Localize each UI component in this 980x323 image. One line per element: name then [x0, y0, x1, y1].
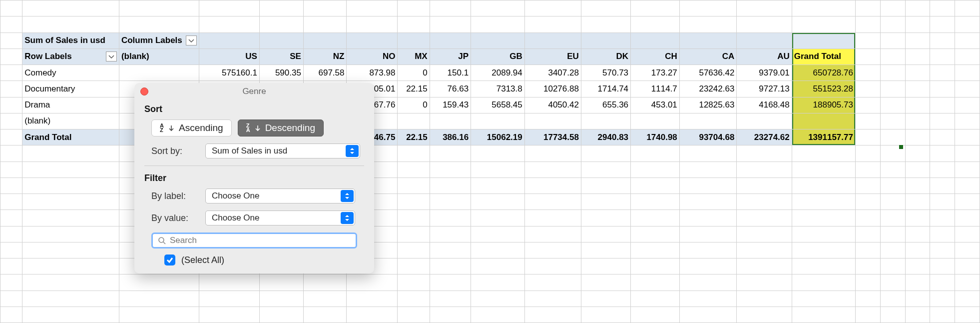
filter-by-value-select[interactable]: Choose One: [205, 210, 355, 226]
col-dk: DK: [581, 48, 630, 64]
sort-filter-popover: Genre Sort AZ Ascending ZA Descending So…: [134, 83, 374, 274]
filter-search-box[interactable]: [151, 232, 357, 248]
col-nz: NZ: [303, 48, 347, 64]
popover-title: Genre: [242, 86, 266, 96]
search-icon: [158, 236, 166, 244]
sort-ascending-button[interactable]: AZ Ascending: [151, 120, 232, 136]
empty-row-top: [0, 0, 980, 16]
sort-by-label: Sort by:: [151, 146, 196, 156]
column-labels-text: Column Labels: [121, 36, 182, 45]
close-icon[interactable]: [140, 88, 148, 96]
svg-point-0: [159, 238, 164, 242]
col-ch: CH: [631, 48, 680, 64]
row-label: Comedy: [22, 65, 119, 81]
col-se: SE: [259, 48, 303, 64]
col-au: AU: [737, 48, 792, 64]
by-label-label: By label:: [151, 191, 196, 202]
select-all-row[interactable]: (Select All): [164, 254, 357, 266]
select-all-label: (Select All): [181, 255, 224, 266]
select-stepper-icon: [341, 190, 354, 202]
grand-total-cell: 1391157.77: [792, 130, 855, 146]
checkbox-checked-icon[interactable]: [164, 254, 175, 266]
sort-header: Sort: [144, 104, 364, 114]
sort-by-select[interactable]: Sum of Sales in usd: [205, 144, 360, 158]
row-labels-text: Row Labels: [24, 52, 71, 61]
grand-total-label: Grand Total: [22, 130, 119, 146]
by-value-label: By value:: [151, 213, 196, 224]
col-jp: JP: [430, 48, 471, 64]
filter-header: Filter: [144, 173, 364, 184]
sort-desc-icon: ZA: [246, 124, 250, 132]
col-mx: MX: [398, 48, 430, 64]
data-field-label: Sum of Sales in usd: [22, 32, 119, 48]
row-labels-cell[interactable]: Row Labels: [22, 48, 119, 64]
row-label: Documentary: [22, 81, 119, 97]
pivot-header-row-1: Sum of Sales in usd Column Labels: [0, 32, 980, 48]
empty-row-top2: [0, 16, 980, 32]
filter-by-label-select[interactable]: Choose One: [205, 188, 355, 204]
col-gb: GB: [471, 48, 525, 64]
sort-asc-icon: AZ: [160, 124, 164, 132]
col-eu: EU: [524, 48, 581, 64]
row-label: (blank): [22, 113, 119, 129]
table-row: Comedy 575160.1 590.35 697.58 873.98 0 1…: [0, 65, 980, 81]
col-ca: CA: [679, 48, 737, 64]
col-us: US: [199, 48, 259, 64]
popover-titlebar: Genre: [134, 83, 374, 100]
select-stepper-icon: [341, 212, 354, 224]
fill-handle[interactable]: [899, 145, 903, 149]
row-label: Drama: [22, 97, 119, 113]
select-stepper-icon: [346, 145, 359, 157]
col-no: NO: [347, 48, 398, 64]
col-blank: (blank): [119, 48, 199, 64]
column-labels-cell[interactable]: Column Labels: [119, 32, 199, 48]
column-labels-dropdown[interactable]: [186, 36, 197, 46]
col-grand-total: Grand Total: [792, 48, 855, 64]
sort-descending-button[interactable]: ZA Descending: [238, 120, 324, 136]
pivot-header-row-2: Row Labels (blank) US SE NZ NO MX JP GB …: [0, 48, 980, 64]
filter-search-input[interactable]: [170, 236, 351, 246]
row-labels-dropdown[interactable]: [106, 52, 117, 62]
